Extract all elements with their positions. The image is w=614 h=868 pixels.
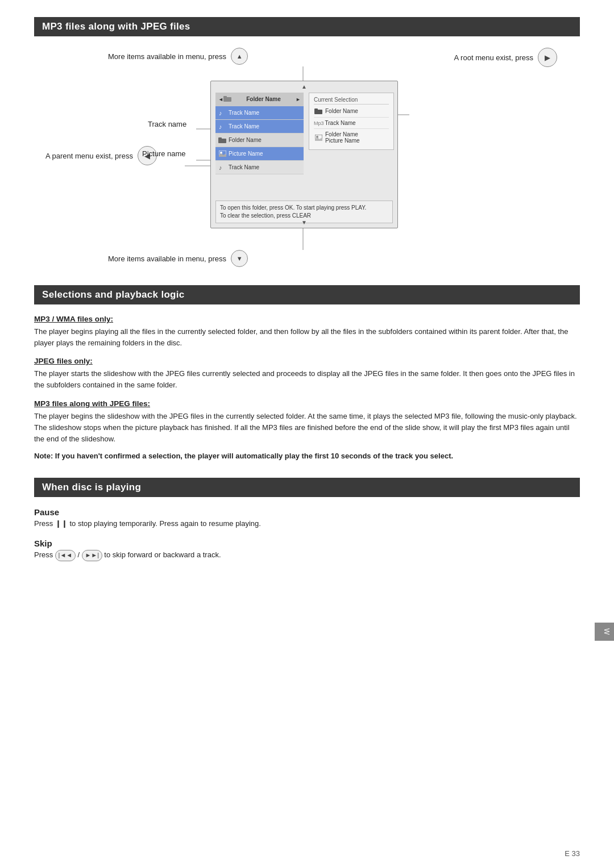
menu-folder-icon [223,95,231,103]
track-name-label: Track name [148,119,186,128]
music-icon-1: ♪ [218,109,226,117]
selections-section: Selections and playback logic MP3 / WMA … [34,285,580,462]
svg-text:♪: ♪ [219,164,222,171]
up-arrow-btn[interactable]: ▲ [231,48,248,65]
svg-text:♪: ♪ [219,110,222,116]
skip-title: Skip [34,539,580,548]
prev-btn[interactable]: |◄◄ [55,550,76,561]
root-menu-label: A root menu exist, press [454,53,533,62]
next-btn[interactable]: ►►| [82,550,102,561]
menu-track-label-1: Track Name [229,110,259,116]
cs-picture-icon [314,133,323,141]
menu-list: ◄ Folder Name ► [215,93,304,174]
right-arrow-btn[interactable]: ▶ [538,48,557,67]
disc-header: When disc is playing [34,478,580,497]
menu-track-row-2[interactable]: ♪ Track Name [215,120,304,133]
picture-icon-1 [218,150,226,158]
pause-title: Pause [34,507,580,517]
cs-title: Current Selection [314,97,389,105]
cs-track-name: Track Name [325,120,356,126]
mp3-wma-text: The player begins playing all the files … [34,326,580,349]
mp3-section-header: MP3 files along with JPEG files [34,17,580,36]
section-tab: W [595,623,614,641]
menu-picture-row[interactable]: Picture Name [215,147,304,161]
parent-menu-label: A parent menu exist, press [45,152,133,160]
cs-track-row: Mp3 Track Name [314,120,389,129]
menu-track-row-1[interactable]: ♪ Track Name [215,106,304,120]
diagram-area: More items available in menu, press ▲ A … [34,47,580,268]
cs-picture-folder: Folder Name [325,131,360,137]
screen-up-arrow: ▲ [301,84,307,90]
svg-rect-6 [223,97,231,102]
svg-rect-11 [218,137,222,139]
screen-box: ▲ ◄ Folder Name [210,81,398,228]
svg-rect-16 [314,108,318,110]
more-items-bottom-label: More items available in menu, press [108,254,226,263]
picture-name-label: Picture name [142,149,186,158]
menu-left-arrow: ◄ [218,97,223,102]
down-arrow-btn[interactable]: ▼ [231,250,248,267]
menu-right-arrow: ► [296,97,301,102]
mp3jpeg-text: The player begins the slideshow with the… [34,411,580,445]
menu-folder-row[interactable]: Folder Name [215,133,304,147]
parent-menu: A parent menu exist, press ◀ [45,146,157,165]
music-icon-3: ♪ [218,164,226,172]
note-text: Note: If you haven't confirmed a selecti… [34,450,580,462]
svg-rect-7 [223,96,227,98]
pause-text: Press ❙❙ to stop playing temporarily. Pr… [34,518,580,529]
cs-picture-name: Picture Name [325,137,360,144]
menu-folder-label: Folder Name [229,137,262,143]
more-items-top: More items available in menu, press ▲ [108,48,248,65]
skip-label: Press [34,550,53,559]
cs-picture-row: Folder Name Picture Name [314,131,389,146]
folder-icon-1 [218,136,226,144]
menu-track-label-2: Track Name [229,123,259,130]
menu-picture-label: Picture Name [229,151,263,157]
info-line-2: To clear the selection, press CLEAR [220,212,388,220]
more-items-bottom: More items available in menu, press ▼ [108,250,248,267]
svg-rect-15 [314,110,322,114]
menu-header-row: ◄ Folder Name ► [215,93,304,106]
mp3-section: MP3 files along with JPEG files More [34,17,580,268]
current-selection-panel: Current Selection Folder Name [309,93,394,150]
selections-header: Selections and playback logic [34,285,580,304]
cs-folder-row: Folder Name [314,107,389,118]
root-menu: A root menu exist, press ▶ [454,48,557,67]
more-items-top-label: More items available in menu, press [108,52,226,61]
info-line-1: To open this folder, press OK. To start … [220,204,388,212]
jpeg-subtitle: JPEG files only: [34,357,580,365]
page-number: E 33 [565,849,580,858]
menu-track-label-3: Track Name [229,164,259,170]
svg-rect-10 [218,139,226,143]
cs-folder-icon [314,107,323,115]
disc-section: When disc is playing Pause Press ❙❙ to s… [34,478,580,561]
mp3-wma-subtitle: MP3 / WMA files only: [34,315,580,323]
music-icon-2: ♪ [218,123,226,131]
skip-text: Press |◄◄ / ►►| to skip forward or backw… [34,549,580,561]
menu-header-label: Folder Name [231,96,296,102]
cs-folder-name: Folder Name [325,108,358,114]
screen-down-arrow: ▼ [301,219,307,226]
mp3jpeg-subtitle: MP3 files along with JPEG files: [34,399,580,408]
jpeg-text: The player starts the slideshow with the… [34,368,580,391]
menu-track-row-3[interactable]: ♪ Track Name [215,161,304,174]
svg-text:♪: ♪ [219,123,222,130]
cs-mp3-label: Mp3 [314,120,324,126]
